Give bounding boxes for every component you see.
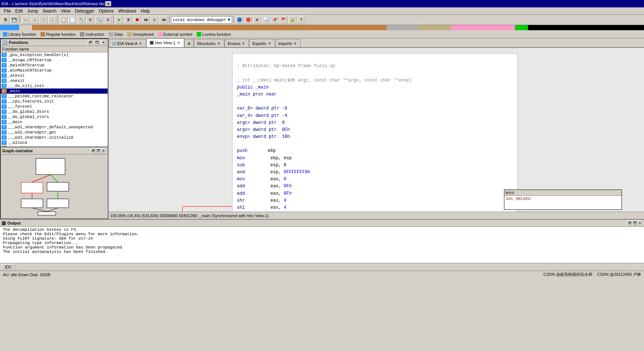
toolbar-stop[interactable]: ⏹	[133, 16, 141, 24]
toolbar-step-out[interactable]: ⏮	[160, 16, 168, 24]
output-float-btn[interactable]: 🗖	[632, 220, 637, 226]
menu-item-options[interactable]: Options	[97, 8, 116, 14]
menu-item-view[interactable]: View	[59, 8, 73, 14]
menu-item-jump[interactable]: Jump	[25, 8, 40, 14]
function-item-__cpu_features_init[interactable]: f__cpu_features_init	[1, 99, 108, 104]
func-icon-lib: f	[1, 104, 7, 109]
tab-imports-close[interactable]: ✕	[293, 41, 297, 46]
float-icon-2[interactable]: ⊟	[509, 191, 511, 195]
function-item-___w32_sharedptr_initialize[interactable]: f___w32_sharedptr_initialize	[1, 135, 108, 140]
function-item-___w32_sharedptr_get[interactable]: f___w32_sharedptr_get	[1, 130, 108, 135]
menu-item-windows[interactable]: Windows	[116, 8, 139, 14]
toolbar-down[interactable]: ↓	[48, 16, 56, 24]
function-item-_mainCRTStartup[interactable]: f_mainCRTStartup	[1, 63, 108, 68]
toolbar-watchpoint[interactable]: 🔴	[244, 16, 252, 24]
toolbar-step-over[interactable]: ▷	[151, 16, 159, 24]
graph-overview-panel: Graph overview 🗗 🗖 ✕	[0, 147, 108, 219]
toolbar-lock[interactable]: 🔒	[288, 16, 297, 24]
menu-item-edit[interactable]: Edit	[13, 8, 25, 14]
tab-a[interactable]: A	[184, 39, 193, 47]
legend-external: External symbol	[158, 32, 192, 37]
function-item-___pei386_runtime_relocator[interactable]: f___pei386_runtime_relocator	[1, 94, 108, 99]
functions-float-btn[interactable]: 🗖	[94, 40, 99, 45]
functions-header: 🔢 Functions 🗗 🗖 ✕	[1, 39, 108, 46]
asm-comment-attr: ; Attributes: bp-based frame fuzzy-sp	[237, 63, 335, 69]
tab-hex-close[interactable]: ✕	[176, 41, 181, 45]
toolbar-forward[interactable]: →	[31, 16, 39, 24]
toolbar-paste[interactable]: 📄	[69, 16, 77, 24]
function-item-_onexit[interactable]: f_onexit	[1, 78, 108, 83]
toolbar-names[interactable]: A	[104, 16, 112, 24]
tab-exports-close[interactable]: ✕	[267, 41, 272, 46]
tab-structures[interactable]: Structures ✕	[194, 39, 224, 47]
menu-item-help[interactable]: Help	[139, 8, 152, 14]
function-item-_WinMainCRTStartup[interactable]: f_WinMainCRTStartup	[1, 68, 108, 73]
float-icon-3[interactable]: ⊡	[512, 191, 514, 195]
functions-restore-btn[interactable]: 🗗	[88, 40, 93, 45]
function-item-__mingw_CRTStartup[interactable]: f__mingw_CRTStartup	[1, 58, 108, 63]
output-close-btn[interactable]: ✕	[637, 220, 643, 226]
graph-close-btn[interactable]: ✕	[101, 148, 106, 153]
toolbar-new[interactable]: 🗎	[1, 16, 10, 24]
asm-and: and esp, 0FFFFFFF0h	[237, 170, 310, 175]
toolbar-save[interactable]: 💾	[10, 16, 18, 24]
function-item-_atexit[interactable]: f_atexit	[1, 73, 108, 78]
legend-bar: Library function Regular function Instru…	[0, 30, 644, 38]
toolbar-chart[interactable]: 📊	[262, 16, 270, 24]
tab-ida-label: IDA View-A	[117, 41, 137, 46]
float-icon-1[interactable]: ⊞	[506, 191, 508, 195]
tab-enums[interactable]: Enums ✕	[224, 39, 249, 47]
toolbar-step-into[interactable]: ⏭	[142, 16, 150, 24]
graph-canvas[interactable]	[1, 154, 108, 218]
toolbar-settings[interactable]: 🔧	[77, 16, 85, 24]
function-item-__alloca[interactable]: f__alloca	[1, 140, 108, 145]
func-icon-lib: f	[1, 135, 7, 140]
tab-hex-view-1[interactable]: ⬛ Hex View-1 ✕	[146, 38, 184, 47]
toolbar-back[interactable]: ←	[22, 16, 30, 24]
toolbar-help[interactable]: ?	[297, 16, 305, 24]
toolbar-copy[interactable]: 📋	[60, 16, 68, 24]
graph-float-btn[interactable]: 🗖	[96, 148, 101, 153]
toolbar-search[interactable]: 🔍	[95, 16, 103, 24]
toolbar-up[interactable]: ↑	[39, 16, 48, 24]
function-item-__do_global_dtors[interactable]: f__do_global_dtors	[1, 109, 108, 114]
menu-item-search[interactable]: Search	[40, 8, 59, 14]
title-bar-close[interactable]: ✕	[105, 1, 111, 6]
function-item-__cexit[interactable]: F__cexit	[1, 145, 108, 146]
menu-bar: File Edit Jump Search View Debugger Opti…	[0, 7, 644, 15]
graph-restore-btn[interactable]: 🗗	[91, 148, 96, 153]
bottom-status-right1: CSDN @超高校级的玩水师	[543, 272, 592, 277]
function-name: __cpu_features_init	[8, 99, 54, 104]
function-name: __alloca	[8, 140, 27, 145]
functions-list[interactable]: f_gnu_exception_handler(x)f__mingw_CRTSt…	[1, 52, 108, 146]
function-item-__main[interactable]: f__main	[1, 119, 108, 125]
output-restore-btn[interactable]: 🗗	[627, 220, 632, 226]
tab-structures-close[interactable]: ✕	[217, 41, 221, 46]
function-item-__do_global_ctors[interactable]: f__do_global_ctors	[1, 114, 108, 119]
debugger-dropdown-arrow: ▼	[228, 18, 230, 22]
toolbar-hex[interactable]: H	[86, 16, 94, 24]
output-idc-btn[interactable]: IDC	[1, 264, 15, 270]
legend-lumina-label: Lumina function	[202, 32, 231, 37]
tab-imports[interactable]: Imports ✕	[275, 39, 301, 47]
function-item-_main[interactable]: F_main	[1, 88, 108, 94]
functions-close-btn[interactable]: ✕	[101, 40, 106, 45]
tab-enums-close[interactable]: ✕	[241, 41, 246, 46]
toolbar-flag[interactable]: 🚩	[280, 16, 288, 24]
toolbar-breakpoint[interactable]: 🔵	[235, 16, 244, 24]
tab-ida-close[interactable]: ✕	[139, 41, 143, 46]
toolbar-pin[interactable]: 📌	[271, 16, 279, 24]
function-item-___fpreset[interactable]: f___fpreset	[1, 104, 108, 109]
tab-exports[interactable]: Exports ✕	[249, 39, 275, 47]
function-item-___do_sjlj_init[interactable]: f___do_sjlj_init	[1, 83, 108, 88]
debugger-dropdown[interactable]: Local Windows debugger ▼	[171, 16, 232, 24]
toolbar-pause[interactable]: ⏸	[124, 16, 132, 24]
menu-item-file[interactable]: File	[1, 8, 13, 14]
toolbar-options2[interactable]: ⚙	[253, 16, 261, 24]
menu-item-debugger[interactable]: Debugger	[73, 8, 97, 14]
function-item-_gnu_exception_handler_x_[interactable]: f_gnu_exception_handler(x)	[1, 52, 108, 58]
toolbar-run[interactable]: ▶	[115, 16, 123, 24]
ida-view[interactable]: ; Attributes: bp-based frame fuzzy-sp ; …	[109, 48, 644, 212]
tab-ida-view-a[interactable]: 🔢 IDA View-A ✕	[109, 39, 146, 47]
function-item-___w32_sharedptr_default_unexpected[interactable]: f___w32_sharedptr_default_unexpected	[1, 125, 108, 130]
